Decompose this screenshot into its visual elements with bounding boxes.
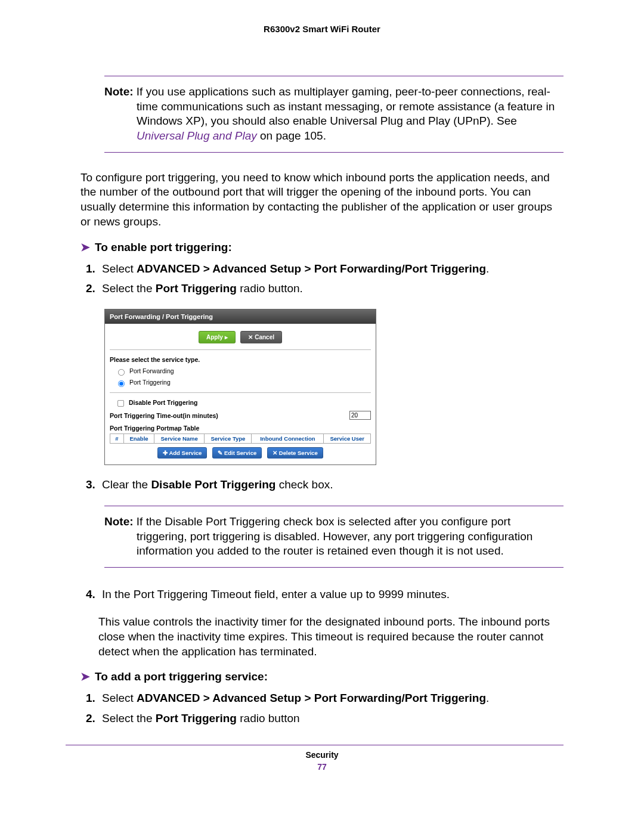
note-block-disable: Note: If the Disable Port Triggering che… [104,506,564,568]
col-inbound: Inbound Connection [252,434,324,444]
radio-port-triggering[interactable]: Port Triggering [114,378,371,388]
note-text: If you use applications such as multipla… [137,85,555,127]
step-2: Select the Port Triggering radio button. [98,280,564,297]
footer-page: 77 [0,762,644,772]
radio-pf-input[interactable] [118,369,125,376]
add-service-button[interactable]: ✚ Add Service [157,447,207,459]
paragraph-intro: To configure port triggering, you need t… [80,171,564,230]
col-service-user: Service User [324,434,371,444]
radio-pt-input[interactable] [118,380,125,387]
note-text-tail: on page 105. [257,129,326,142]
procedure-heading-add: ➤To add a port triggering service: [80,670,564,683]
procedure-heading-text: To enable port triggering: [95,241,232,253]
portmap-table: # Enable Service Name Service Type Inbou… [110,433,371,444]
note-text: If the Disable Port Triggering check box… [137,515,532,557]
step-2: Select the Port Triggering radio button [98,710,564,727]
portmap-table-label: Port Triggering Portmap Table [110,425,371,432]
col-service-type: Service Type [205,434,252,444]
cancel-button[interactable]: ✕ Cancel [240,331,282,343]
triangle-icon: ➤ [80,240,95,254]
table-button-bar: ✚ Add Service ✎ Edit Service ✕ Delete Se… [110,444,371,459]
checkbox-disable-pt[interactable]: Disable Port Triggering [114,398,371,409]
timeout-input[interactable] [349,411,371,420]
step-1: Select ADVANCED > Advanced Setup > Port … [98,260,564,277]
step-3: Clear the Disable Port Triggering check … [98,476,564,493]
link-upnp[interactable]: Universal Plug and Play [137,129,257,142]
disable-pt-input[interactable] [117,400,124,407]
timeout-row: Port Triggering Time-out(in minutes) [110,411,371,420]
note-block-upnp: Note: If you use applications such as mu… [104,76,564,153]
panel-title: Port Forwarding / Port Triggering [105,309,376,324]
note-label: Note: [104,85,134,98]
col-service-name: Service Name [154,434,205,444]
radio-pt-label: Port Triggering [129,379,171,386]
footer: Security 77 [0,750,644,772]
procedure-heading-text: To add a port triggering service: [95,670,268,683]
col-enable: Enable [124,434,154,444]
col-hash: # [110,434,124,444]
step-4-continuation: This value controls the inactivity timer… [98,615,564,659]
button-bar: Apply ▸ ✕ Cancel [110,327,371,350]
radio-pf-label: Port Forwarding [129,367,174,374]
steps-list-enable-cont: Clear the Disable Port Triggering check … [98,476,564,493]
step-4: In the Port Triggering Timeout field, en… [98,586,564,603]
service-type-label: Please select the service type. [110,356,371,363]
note-label: Note: [104,515,134,528]
apply-button[interactable]: Apply ▸ [199,331,236,343]
delete-service-button[interactable]: ✕ Delete Service [267,447,323,459]
disable-pt-label: Disable Port Triggering [129,400,198,407]
step-1: Select ADVANCED > Advanced Setup > Port … [98,689,564,707]
triangle-icon: ➤ [80,670,95,683]
procedure-heading-enable: ➤To enable port triggering: [80,240,564,254]
edit-service-button[interactable]: ✎ Edit Service [212,447,262,459]
doc-header-title: R6300v2 Smart WiFi Router [0,24,644,34]
screenshot-port-triggering: Port Forwarding / Port Triggering Apply … [104,309,376,465]
steps-list-enable: Select ADVANCED > Advanced Setup > Port … [98,260,564,298]
radio-port-forwarding[interactable]: Port Forwarding [114,367,371,376]
timeout-label: Port Triggering Time-out(in minutes) [110,412,218,419]
steps-list-enable-4: In the Port Triggering Timeout field, en… [98,586,564,603]
footer-section: Security [305,750,338,760]
footer-rule [66,745,564,745]
steps-list-add: Select ADVANCED > Advanced Setup > Port … [98,689,564,727]
